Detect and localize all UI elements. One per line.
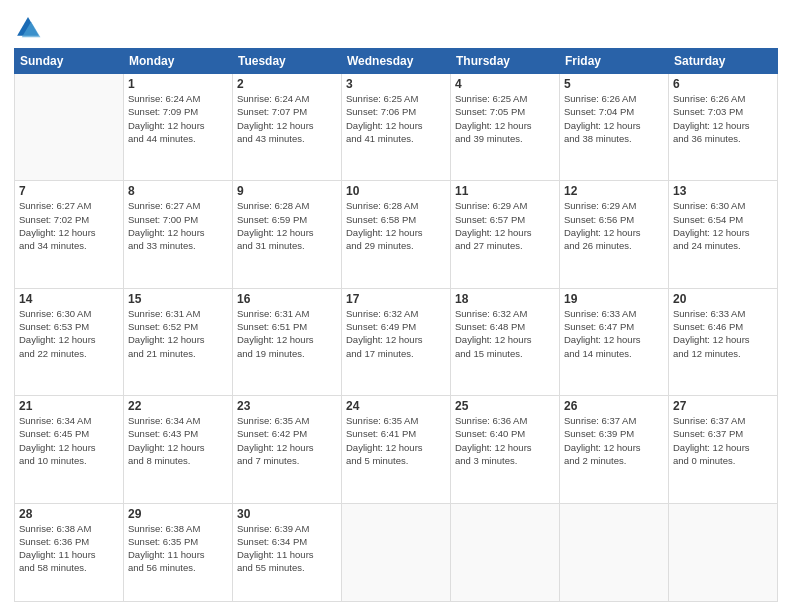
calendar-week-4: 21Sunrise: 6:34 AM Sunset: 6:45 PM Dayli… — [15, 396, 778, 503]
calendar-header-friday: Friday — [560, 49, 669, 74]
calendar-day-cell: 19Sunrise: 6:33 AM Sunset: 6:47 PM Dayli… — [560, 288, 669, 395]
day-info: Sunrise: 6:24 AM Sunset: 7:07 PM Dayligh… — [237, 92, 337, 145]
day-number: 16 — [237, 292, 337, 306]
day-number: 22 — [128, 399, 228, 413]
day-info: Sunrise: 6:30 AM Sunset: 6:53 PM Dayligh… — [19, 307, 119, 360]
calendar-header-tuesday: Tuesday — [233, 49, 342, 74]
calendar-day-cell: 8Sunrise: 6:27 AM Sunset: 7:00 PM Daylig… — [124, 181, 233, 288]
day-number: 9 — [237, 184, 337, 198]
calendar-day-cell: 6Sunrise: 6:26 AM Sunset: 7:03 PM Daylig… — [669, 74, 778, 181]
day-info: Sunrise: 6:29 AM Sunset: 6:57 PM Dayligh… — [455, 199, 555, 252]
header — [14, 10, 778, 42]
day-info: Sunrise: 6:27 AM Sunset: 7:00 PM Dayligh… — [128, 199, 228, 252]
day-info: Sunrise: 6:37 AM Sunset: 6:37 PM Dayligh… — [673, 414, 773, 467]
calendar-day-cell: 12Sunrise: 6:29 AM Sunset: 6:56 PM Dayli… — [560, 181, 669, 288]
day-info: Sunrise: 6:33 AM Sunset: 6:47 PM Dayligh… — [564, 307, 664, 360]
calendar-day-cell: 15Sunrise: 6:31 AM Sunset: 6:52 PM Dayli… — [124, 288, 233, 395]
calendar-day-cell: 9Sunrise: 6:28 AM Sunset: 6:59 PM Daylig… — [233, 181, 342, 288]
calendar-week-1: 1Sunrise: 6:24 AM Sunset: 7:09 PM Daylig… — [15, 74, 778, 181]
day-info: Sunrise: 6:32 AM Sunset: 6:48 PM Dayligh… — [455, 307, 555, 360]
calendar-day-cell — [451, 503, 560, 602]
calendar-header-sunday: Sunday — [15, 49, 124, 74]
day-number: 23 — [237, 399, 337, 413]
calendar-day-cell: 27Sunrise: 6:37 AM Sunset: 6:37 PM Dayli… — [669, 396, 778, 503]
calendar-day-cell: 1Sunrise: 6:24 AM Sunset: 7:09 PM Daylig… — [124, 74, 233, 181]
day-number: 4 — [455, 77, 555, 91]
day-number: 26 — [564, 399, 664, 413]
day-info: Sunrise: 6:37 AM Sunset: 6:39 PM Dayligh… — [564, 414, 664, 467]
calendar-day-cell: 16Sunrise: 6:31 AM Sunset: 6:51 PM Dayli… — [233, 288, 342, 395]
calendar-day-cell: 29Sunrise: 6:38 AM Sunset: 6:35 PM Dayli… — [124, 503, 233, 602]
calendar-week-2: 7Sunrise: 6:27 AM Sunset: 7:02 PM Daylig… — [15, 181, 778, 288]
day-number: 30 — [237, 507, 337, 521]
day-number: 25 — [455, 399, 555, 413]
calendar-day-cell: 21Sunrise: 6:34 AM Sunset: 6:45 PM Dayli… — [15, 396, 124, 503]
day-info: Sunrise: 6:29 AM Sunset: 6:56 PM Dayligh… — [564, 199, 664, 252]
calendar-day-cell: 23Sunrise: 6:35 AM Sunset: 6:42 PM Dayli… — [233, 396, 342, 503]
calendar-day-cell — [342, 503, 451, 602]
day-info: Sunrise: 6:24 AM Sunset: 7:09 PM Dayligh… — [128, 92, 228, 145]
day-info: Sunrise: 6:35 AM Sunset: 6:42 PM Dayligh… — [237, 414, 337, 467]
calendar-day-cell: 14Sunrise: 6:30 AM Sunset: 6:53 PM Dayli… — [15, 288, 124, 395]
day-number: 7 — [19, 184, 119, 198]
calendar-day-cell: 22Sunrise: 6:34 AM Sunset: 6:43 PM Dayli… — [124, 396, 233, 503]
day-number: 10 — [346, 184, 446, 198]
day-number: 21 — [19, 399, 119, 413]
day-info: Sunrise: 6:36 AM Sunset: 6:40 PM Dayligh… — [455, 414, 555, 467]
day-number: 12 — [564, 184, 664, 198]
day-number: 27 — [673, 399, 773, 413]
calendar-header-saturday: Saturday — [669, 49, 778, 74]
day-number: 5 — [564, 77, 664, 91]
day-info: Sunrise: 6:31 AM Sunset: 6:51 PM Dayligh… — [237, 307, 337, 360]
day-number: 1 — [128, 77, 228, 91]
calendar-day-cell: 28Sunrise: 6:38 AM Sunset: 6:36 PM Dayli… — [15, 503, 124, 602]
calendar-header-wednesday: Wednesday — [342, 49, 451, 74]
day-number: 17 — [346, 292, 446, 306]
day-info: Sunrise: 6:27 AM Sunset: 7:02 PM Dayligh… — [19, 199, 119, 252]
calendar-day-cell — [560, 503, 669, 602]
day-info: Sunrise: 6:33 AM Sunset: 6:46 PM Dayligh… — [673, 307, 773, 360]
day-info: Sunrise: 6:39 AM Sunset: 6:34 PM Dayligh… — [237, 522, 337, 575]
page: SundayMondayTuesdayWednesdayThursdayFrid… — [0, 0, 792, 612]
day-number: 11 — [455, 184, 555, 198]
day-number: 15 — [128, 292, 228, 306]
calendar-day-cell: 26Sunrise: 6:37 AM Sunset: 6:39 PM Dayli… — [560, 396, 669, 503]
calendar-day-cell: 7Sunrise: 6:27 AM Sunset: 7:02 PM Daylig… — [15, 181, 124, 288]
calendar-day-cell: 20Sunrise: 6:33 AM Sunset: 6:46 PM Dayli… — [669, 288, 778, 395]
calendar-day-cell: 2Sunrise: 6:24 AM Sunset: 7:07 PM Daylig… — [233, 74, 342, 181]
day-info: Sunrise: 6:38 AM Sunset: 6:36 PM Dayligh… — [19, 522, 119, 575]
day-number: 6 — [673, 77, 773, 91]
day-info: Sunrise: 6:25 AM Sunset: 7:06 PM Dayligh… — [346, 92, 446, 145]
day-number: 24 — [346, 399, 446, 413]
calendar-day-cell: 5Sunrise: 6:26 AM Sunset: 7:04 PM Daylig… — [560, 74, 669, 181]
calendar-day-cell: 30Sunrise: 6:39 AM Sunset: 6:34 PM Dayli… — [233, 503, 342, 602]
calendar-day-cell: 3Sunrise: 6:25 AM Sunset: 7:06 PM Daylig… — [342, 74, 451, 181]
day-number: 20 — [673, 292, 773, 306]
day-info: Sunrise: 6:28 AM Sunset: 6:58 PM Dayligh… — [346, 199, 446, 252]
calendar-day-cell: 17Sunrise: 6:32 AM Sunset: 6:49 PM Dayli… — [342, 288, 451, 395]
calendar-week-3: 14Sunrise: 6:30 AM Sunset: 6:53 PM Dayli… — [15, 288, 778, 395]
day-info: Sunrise: 6:26 AM Sunset: 7:03 PM Dayligh… — [673, 92, 773, 145]
day-number: 19 — [564, 292, 664, 306]
calendar-day-cell: 11Sunrise: 6:29 AM Sunset: 6:57 PM Dayli… — [451, 181, 560, 288]
calendar-day-cell — [15, 74, 124, 181]
calendar-header-thursday: Thursday — [451, 49, 560, 74]
day-info: Sunrise: 6:35 AM Sunset: 6:41 PM Dayligh… — [346, 414, 446, 467]
logo — [14, 14, 46, 42]
day-number: 29 — [128, 507, 228, 521]
calendar-week-5: 28Sunrise: 6:38 AM Sunset: 6:36 PM Dayli… — [15, 503, 778, 602]
day-info: Sunrise: 6:38 AM Sunset: 6:35 PM Dayligh… — [128, 522, 228, 575]
day-info: Sunrise: 6:32 AM Sunset: 6:49 PM Dayligh… — [346, 307, 446, 360]
calendar-day-cell: 24Sunrise: 6:35 AM Sunset: 6:41 PM Dayli… — [342, 396, 451, 503]
calendar-header-row: SundayMondayTuesdayWednesdayThursdayFrid… — [15, 49, 778, 74]
calendar-day-cell: 4Sunrise: 6:25 AM Sunset: 7:05 PM Daylig… — [451, 74, 560, 181]
day-info: Sunrise: 6:26 AM Sunset: 7:04 PM Dayligh… — [564, 92, 664, 145]
day-number: 28 — [19, 507, 119, 521]
day-number: 8 — [128, 184, 228, 198]
day-number: 14 — [19, 292, 119, 306]
day-number: 2 — [237, 77, 337, 91]
day-info: Sunrise: 6:25 AM Sunset: 7:05 PM Dayligh… — [455, 92, 555, 145]
logo-icon — [14, 14, 42, 42]
calendar-day-cell: 13Sunrise: 6:30 AM Sunset: 6:54 PM Dayli… — [669, 181, 778, 288]
calendar-day-cell: 25Sunrise: 6:36 AM Sunset: 6:40 PM Dayli… — [451, 396, 560, 503]
